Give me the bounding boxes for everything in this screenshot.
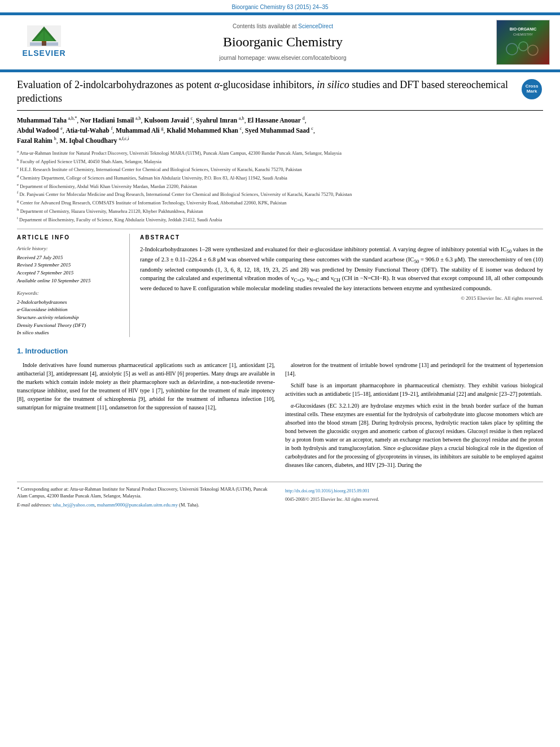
- history-label: Article history:: [17, 245, 123, 252]
- footnotes-section: * Corresponding author at: Atta-ur-Rahma…: [17, 482, 543, 511]
- author-ali: Muhammad Ali: [116, 127, 160, 134]
- affiliations-section: a Atta-ur-Rahman Institute for Natural P…: [17, 149, 543, 223]
- author-rahim: Fazal Rahim: [17, 137, 53, 144]
- intro-heading: 1. Introduction: [17, 346, 543, 356]
- footnote-col-left: * Corresponding author at: Atta-ur-Rahma…: [17, 486, 275, 511]
- abstract-text: 2-Indolcarbohydrazones 1–28 were synthes…: [140, 245, 543, 292]
- keyword-1: 2-Indolcarbohydrazones: [17, 299, 123, 306]
- article-info-heading: ARTICLE INFO: [17, 234, 123, 242]
- author-khan: Khalid Mohammed Khan: [167, 127, 238, 134]
- affil-d: d Chemistry Department, College of Scien…: [17, 174, 543, 182]
- elsevier-logo-area: ELSEVIER: [10, 25, 78, 59]
- affil-f: f Dr. Panjwani Center for Molecular Medi…: [17, 190, 543, 198]
- abstract-col: ABSTRACT 2-Indolcarbohydrazones 1–28 wer…: [140, 234, 543, 337]
- footnote-star-note: * Corresponding author at: Atta-ur-Rahma…: [17, 486, 275, 500]
- intro-col-right: alosetron for the treatment of irritable…: [285, 361, 543, 473]
- keyword-2: α-Glucosidase inhibition: [17, 306, 123, 313]
- intro-section: 1. Introduction Indole derivatives have …: [17, 346, 543, 473]
- received-date: Received 27 July 2015: [17, 254, 123, 261]
- keyword-4: Density Functional Theory (DFT): [17, 322, 123, 329]
- journal-cover-area: BIO·ORGANIC CHEMISTRY: [488, 20, 550, 65]
- email-link-1[interactable]: taha_hej@yahoo.com: [53, 502, 94, 508]
- article-title-section: Evaluation of 2-indolcarbohydrazones as …: [17, 78, 543, 111]
- affil-i: i Department of Biochemistry, Faculty of…: [17, 216, 543, 224]
- affil-e: e Department of Biochemistry, Abdul Wali…: [17, 182, 543, 190]
- doi-link[interactable]: http://dx.doi.org/10.1016/j.bioorg.2015.…: [285, 488, 369, 493]
- copyright-line: © 2015 Elsevier Inc. All rights reserved…: [140, 295, 543, 302]
- article-info-col: ARTICLE INFO Article history: Received 2…: [17, 234, 130, 337]
- affil-h: h Department of Chemistry, Hazara Univer…: [17, 207, 543, 215]
- footnote-email: E-mail addresses: taha_hej@yahoo.com, mu…: [17, 502, 275, 509]
- abstract-heading: ABSTRACT: [140, 234, 543, 242]
- journal-ref-bar: Bioorganic Chemistry 63 (2015) 24–35: [0, 0, 560, 12]
- intro-col-left: Indole derivatives have found numerous p…: [17, 361, 275, 473]
- affil-g: g Center for Advanced Drug Research, COM…: [17, 199, 543, 207]
- keyword-5: In silico studies: [17, 329, 123, 337]
- svg-point-7: [519, 42, 528, 51]
- elsevier-tree-icon: [27, 25, 61, 47]
- intro-para-2: alosetron for the treatment of irritable…: [285, 361, 543, 378]
- article-info-abstract-row: ARTICLE INFO Article history: Received 2…: [17, 229, 543, 337]
- affil-a: a Atta-ur-Rahman Institute for Natural P…: [17, 149, 543, 157]
- authors-section: Muhammad Taha a,b,*, Nor Hadiani Ismail …: [17, 115, 543, 146]
- author-taha: Muhammad Taha: [17, 116, 67, 123]
- page: Bioorganic Chemistry 63 (2015) 24–35 ELS…: [0, 0, 560, 747]
- author-wahab: Atia-tul-Wahab: [65, 127, 109, 134]
- issn-line: 0045-2068/© 2015 Elsevier Inc. All right…: [285, 496, 543, 503]
- journal-header: ELSEVIER Contents lists available at Sci…: [0, 14, 560, 71]
- author-ismail: Nor Hadiani Ismail: [80, 116, 134, 123]
- crossmark-badge: CrossMark: [520, 78, 543, 101]
- journal-title: Bioorganic Chemistry: [84, 33, 482, 52]
- affil-c: c H.E.J. Research Institute of Chemistry…: [17, 165, 543, 173]
- author-saad: Syed Muhammad Saad: [245, 127, 309, 134]
- journal-homepage: journal homepage: www.elsevier.com/locat…: [84, 54, 482, 62]
- cover-graphic-icon: [504, 38, 543, 58]
- cover-title: BIO·ORGANIC: [510, 27, 536, 32]
- available-date: Available online 10 September 2015: [17, 277, 123, 285]
- elsevier-wordmark: ELSEVIER: [22, 48, 65, 59]
- keywords-label: Keywords:: [17, 290, 123, 297]
- keywords-section: Keywords: 2-Indolcarbohydrazones α-Gluco…: [17, 290, 123, 337]
- svg-point-8: [528, 45, 538, 55]
- revised-date: Revised 3 September 2015: [17, 261, 123, 269]
- journal-ref-text: Bioorganic Chemistry 63 (2015) 24–35: [231, 4, 328, 10]
- intro-para-1: Indole derivatives have found numerous p…: [17, 361, 275, 412]
- accepted-date: Accepted 7 September 2015: [17, 269, 123, 277]
- keyword-3: Structure–activity relationship: [17, 314, 123, 321]
- author-imran: Syahrul Imran: [196, 116, 237, 123]
- intro-para-3: Schiff base is an important pharmacophor…: [285, 381, 543, 398]
- svg-rect-5: [30, 42, 58, 46]
- article-content: Evaluation of 2-indolcarbohydrazones as …: [0, 72, 560, 517]
- svg-point-6: [506, 43, 518, 55]
- journal-header-center: Contents lists available at ScienceDirec…: [78, 23, 488, 62]
- author-anouar: El Hassane Anouar: [247, 116, 301, 123]
- doi-line: http://dx.doi.org/10.1016/j.bioorg.2015.…: [285, 488, 543, 494]
- affil-b: b Faculty of Applied Science UiTM, 40450…: [17, 158, 543, 165]
- intro-para-4: α-Glucosidases (EC 3.2.1.20) are hydrola…: [285, 401, 543, 469]
- cover-subtitle: CHEMISTRY: [513, 32, 533, 37]
- journal-cover-image: BIO·ORGANIC CHEMISTRY: [496, 20, 550, 65]
- sciencedirect-link[interactable]: ScienceDirect: [298, 23, 333, 29]
- author-choudhary: M. Iqbal Choudhary: [60, 137, 117, 144]
- email-link-2[interactable]: muhamm9000@puncakalam.uitm.edu.my: [97, 502, 178, 508]
- sciencedirect-line: Contents lists available at ScienceDirec…: [84, 23, 482, 30]
- footnote-col-right: http://dx.doi.org/10.1016/j.bioorg.2015.…: [285, 486, 543, 511]
- sciencedirect-prefix: Contents lists available at: [233, 23, 298, 29]
- article-title: Evaluation of 2-indolcarbohydrazones as …: [17, 78, 515, 106]
- author-javaid: Kulsoom Javaid: [144, 116, 189, 123]
- intro-body: Indole derivatives have found numerous p…: [17, 361, 543, 473]
- author-wadood: Abdul Wadood: [17, 127, 59, 134]
- crossmark-icon: CrossMark: [522, 79, 542, 99]
